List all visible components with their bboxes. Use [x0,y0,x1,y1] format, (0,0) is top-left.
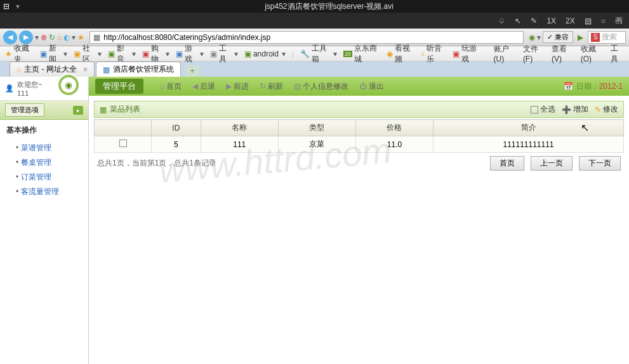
new-tab-button[interactable]: + [185,65,199,77]
nav-dropdown2-icon[interactable]: ▾ [72,33,76,42]
music-link[interactable]: ♪听音乐 [421,43,446,65]
favorites-menu[interactable]: 收藏(O) [581,44,604,63]
nav-back-button[interactable]: ◀ [3,30,17,44]
back-icon: ◀ [192,82,198,91]
sidebar-item-table[interactable]: 餐桌管理 [16,155,82,170]
shield-icon[interactable]: ◉ [529,33,535,42]
sidebar-item-order[interactable]: 订菜管理 [16,170,82,185]
prev-page-button[interactable]: 上一页 [531,156,573,171]
jd-link[interactable]: 20京东商城 [343,43,380,65]
expand-button[interactable]: ▸ [73,106,83,115]
bookmark-tools[interactable]: ▣工具 [210,43,238,65]
user-icon: 👤 [5,84,14,93]
sidebar-item-menu[interactable]: 菜谱管理 [16,141,82,155]
nav-forward-button[interactable]: ▶ [19,30,33,44]
game-link[interactable]: ▣玩游戏 [453,43,481,65]
file-menu[interactable]: 文件(F) [523,44,545,63]
edit-icon: ✎ [595,105,601,114]
toolbox-button[interactable]: 🔧工具箱 [300,43,337,65]
music-icon: ♪ [421,49,425,58]
tools-menu[interactable]: 工具 [611,43,624,65]
edit-button[interactable]: ✎修改 [595,104,618,115]
main-panel: ◉ 管理平台 ⌂首页 ◀后退 ▶前进 ↻刷新 ▤个人信息修改 ⏻退出 📅 日期：… [89,77,629,364]
picture-icon[interactable]: 画 [615,15,623,26]
mgmt-option-button[interactable]: 管理选项 [5,103,44,117]
arrow-icon[interactable]: ↖ [515,16,521,25]
nav-star-icon[interactable]: ★ [77,33,84,42]
page-icon: ▦ [103,65,110,74]
tab-home[interactable]: ⌂ 主页 - 网址大全 × [10,62,95,77]
forward-icon: ▶ [226,82,232,91]
main-header: ◉ 管理平台 ⌂首页 ◀后退 ▶前进 ↻刷新 ▤个人信息修改 ⏻退出 📅 日期：… [89,77,629,96]
table-row[interactable]: 5 111 京菜 11.0 111111111111 [95,136,624,153]
header-refresh[interactable]: ↻刷新 [256,80,287,93]
browser-toolbar: ♤ ↖ ✎ 1X 2X ▤ ○ 画 [0,13,629,29]
header-forward[interactable]: ▶前进 [222,80,253,93]
folder-icon: ▣ [210,49,217,58]
view-menu[interactable]: 查看(V) [552,44,574,63]
compat-dropdown-icon[interactable]: ▾ [537,33,541,42]
toolbox-icon: 🔧 [300,49,310,58]
add-button[interactable]: ➕增加 [562,104,588,115]
compat-button[interactable]: ✓ 兼容 [543,31,573,43]
nav-refresh-button[interactable]: ↻ [49,33,55,42]
col-check [95,120,152,136]
page-info: 总共1页，当前第1页，总共1条记录 [97,158,484,169]
calendar-icon: 📅 [564,82,573,91]
row-checkbox[interactable] [119,140,127,147]
select-all-button[interactable]: 全选 [531,104,555,115]
cell-price: 11.0 [355,136,433,153]
cell-desc: 111111111111 [434,136,624,153]
search-box[interactable]: S 搜索 [588,31,626,44]
cell-id: 5 [152,136,201,153]
checkbox-icon [531,106,538,114]
close-icon[interactable]: × [83,65,88,74]
tab-system[interactable]: ▦ 酒店餐饮管理系统 [96,62,181,77]
video-link[interactable]: ◉看视频 [387,43,414,65]
menu-icon[interactable]: ⊟ [3,2,10,11]
next-page-button[interactable]: 下一页 [579,156,621,171]
bookmark-android[interactable]: ▣android [244,49,286,58]
refresh-icon: ↻ [260,82,266,91]
jd-icon: 20 [343,51,352,57]
header-profile[interactable]: ▤个人信息修改 [290,80,352,93]
bookmark-games[interactable]: ▣游戏 [176,43,204,65]
speed-2x[interactable]: 2X [566,16,575,25]
sidebar-item-traffic[interactable]: 客流量管理 [16,185,82,199]
search-s-icon: S [591,33,600,42]
folder-icon: ▣ [40,49,47,58]
circle-icon[interactable]: ○ [601,16,606,25]
nav-dropdown-icon[interactable]: ▾ [35,33,39,42]
data-table: ID 名称 类型 价格 简介 5 111 京菜 11.0 1111111111 [94,119,624,153]
list-actions: 全选 ➕增加 ✎修改 [531,104,618,115]
nav-home-button[interactable]: ⌂ [57,33,62,42]
profile-icon: ▤ [294,82,301,91]
dropdown-icon[interactable]: ▾ [16,2,20,11]
header-back[interactable]: ◀后退 [189,80,219,93]
url-input[interactable]: ▦ http://localhost:8080/CateringSys/admi… [89,31,524,44]
account-menu[interactable]: 账户(U) [494,44,517,63]
nav-icon1[interactable]: ◐ [63,33,70,42]
first-page-button[interactable]: 首页 [490,156,524,171]
edit-icon[interactable]: ✎ [531,16,537,25]
bell-icon[interactable]: ♤ [498,16,505,25]
nav-stop-button[interactable]: ⊗ [41,33,47,42]
cell-type: 京菜 [278,136,355,153]
app-container: 👤 欢迎您~111 管理选项 ▸ 基本操作 菜谱管理 餐桌管理 订菜管理 客流量… [0,77,629,364]
folder-icon: ▣ [74,49,81,58]
list-title: ▦ 菜品列表 [100,104,140,115]
search-placeholder: 搜索 [602,32,617,42]
speed-1x[interactable]: 1X [546,16,556,25]
layout-icon[interactable]: ▤ [585,16,592,25]
url-text: http://localhost:8080/CateringSys/admin/… [103,33,270,42]
header-home[interactable]: ⌂首页 [156,80,185,93]
star-icon: ★ [5,49,12,58]
date-label: 日期：2012-1 [576,81,623,92]
cell-check[interactable] [95,136,152,153]
add-icon: ➕ [562,105,571,114]
folder-icon: ▣ [142,49,149,58]
window-titlebar: ⊟ ▾ jsp452酒店餐饮管理sqlserver-视频.avi [0,0,629,13]
home-icon: ⌂ [160,82,164,91]
go-button[interactable]: ▶ [575,33,586,42]
header-logout[interactable]: ⏻退出 [355,80,388,93]
